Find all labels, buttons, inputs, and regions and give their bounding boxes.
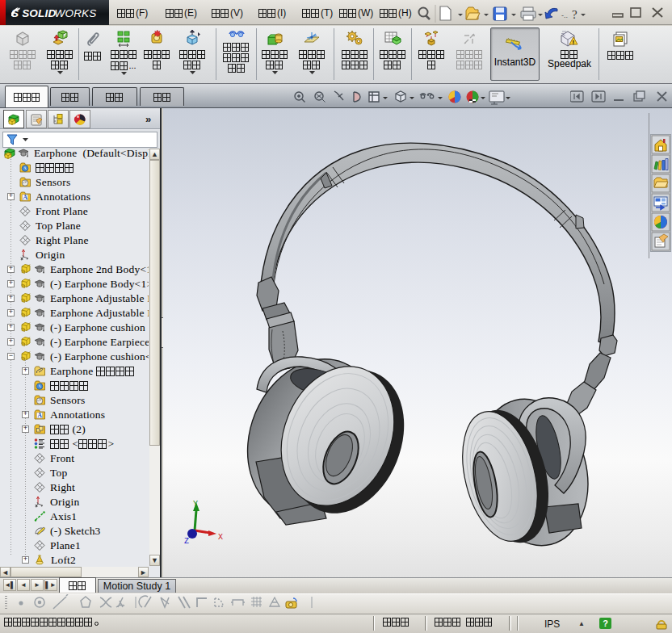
svg-text:-..: -.. bbox=[561, 11, 568, 19]
svg-text:?: ? bbox=[572, 8, 578, 21]
svg-text:WORKS: WORKS bbox=[55, 7, 97, 19]
svg-text:Y: Y bbox=[193, 500, 198, 509]
svg-text:X: X bbox=[218, 533, 223, 542]
svg-text:Z: Z bbox=[184, 537, 189, 546]
svg-text:!: ! bbox=[572, 39, 574, 46]
